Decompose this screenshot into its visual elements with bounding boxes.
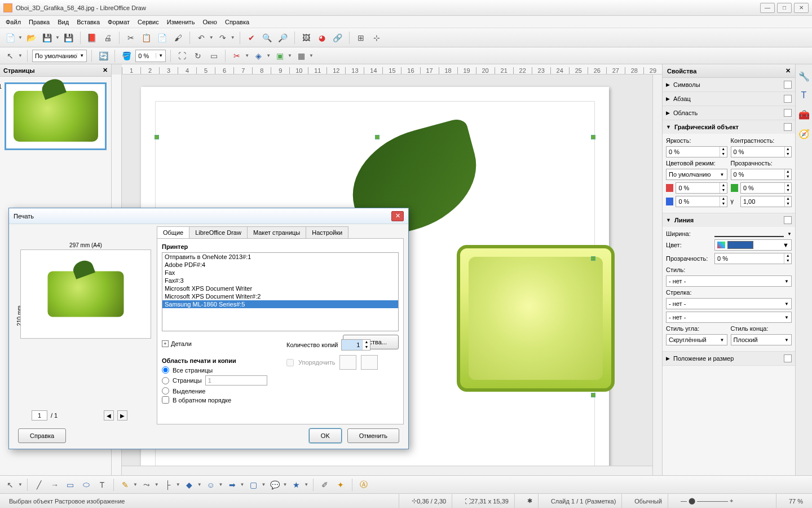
pages-input[interactable] — [205, 375, 267, 386]
section-possize[interactable]: ▶Положение и размер — [663, 352, 795, 365]
printer-option[interactable]: Adobe PDF#:4 — [162, 261, 398, 269]
scrollbar-vertical[interactable] — [652, 75, 662, 475]
scrollbar-horizontal[interactable] — [122, 466, 652, 475]
copy-icon[interactable]: 📋 — [140, 31, 153, 45]
section-graphic[interactable]: ▼Графический объект — [663, 120, 795, 134]
corner-style-select[interactable]: Скруглённый▼ — [666, 334, 727, 345]
end-style-select[interactable]: Плоский▼ — [731, 334, 792, 345]
flip-icon[interactable]: ▭ — [207, 49, 220, 63]
hyperlink-icon[interactable]: 🔗 — [331, 31, 345, 45]
colormode-select[interactable]: По умолчанию▼ — [666, 169, 727, 180]
styles-tab-icon[interactable]: T — [798, 89, 810, 102]
zoom-slider[interactable]: — ⬤ ————— + — [675, 494, 776, 508]
text-tool-icon[interactable]: T — [95, 478, 109, 492]
contrast-input[interactable]: ▲▼ — [731, 146, 792, 157]
undo-icon[interactable]: ↶ — [195, 31, 208, 45]
section-line[interactable]: ▼Линия — [663, 213, 795, 227]
flowchart-icon[interactable]: ▢ — [246, 478, 260, 492]
menu-view[interactable]: Вид — [54, 17, 72, 27]
printer-list[interactable]: Отправить в OneNote 2013#:1Adobe PDF#:4F… — [162, 252, 399, 331]
navigator-icon[interactable]: 🔎 — [276, 31, 290, 45]
filter-icon[interactable]: ✂ — [230, 49, 244, 63]
paste-icon[interactable]: 📄 — [156, 31, 169, 45]
preview-next-button[interactable]: ▶ — [117, 410, 127, 421]
tab-general[interactable]: Общие — [157, 226, 189, 238]
pointer-tool-icon[interactable]: ↖ — [3, 478, 17, 492]
close-button[interactable]: ✕ — [794, 3, 809, 13]
symbol-shapes-icon[interactable]: ☺ — [204, 478, 218, 492]
redo-icon[interactable]: ↷ — [216, 31, 230, 45]
blue-input[interactable]: ▲▼ — [676, 196, 727, 207]
zoom-icon[interactable]: 🔍 — [261, 31, 274, 45]
preview-page-input[interactable] — [32, 410, 47, 421]
printer-option[interactable]: Microsoft XPS Document Writer#:2 — [162, 292, 398, 300]
transparency-combo[interactable]: 0 %▼ — [135, 50, 166, 62]
menu-modify[interactable]: Изменить — [164, 17, 198, 27]
stars-icon[interactable]: ★ — [289, 478, 303, 492]
pages-close-icon[interactable]: ✕ — [103, 67, 108, 74]
chart-icon[interactable]: ◕ — [315, 31, 329, 45]
green-input[interactable]: ▲▼ — [740, 182, 792, 194]
menu-format[interactable]: Формат — [104, 17, 133, 27]
copies-input[interactable]: ▲▼ — [341, 339, 370, 351]
minimize-button[interactable]: — — [760, 3, 775, 13]
callouts-icon[interactable]: 💬 — [268, 478, 281, 492]
gallery-tab-icon[interactable]: 🧰 — [798, 108, 810, 121]
save-as-icon[interactable]: 💾 — [62, 31, 76, 45]
menu-help[interactable]: Справка — [222, 17, 253, 27]
line-style-select[interactable]: - нет -▼ — [666, 275, 792, 287]
navigator-tab-icon[interactable]: 🧭 — [798, 128, 810, 140]
align-icon[interactable]: ▦ — [294, 49, 308, 63]
printer-option[interactable]: Samsung ML-1860 Series#:5 — [162, 300, 398, 308]
crop-icon[interactable]: ⛶ — [175, 49, 189, 63]
printer-option[interactable]: Отправить в OneNote 2013#:1 — [162, 253, 398, 261]
block-arrows-icon[interactable]: ➡ — [226, 478, 239, 492]
red-input[interactable]: ▲▼ — [676, 182, 727, 194]
printer-option[interactable]: Fax#:3 — [162, 277, 398, 284]
curve-tool-icon[interactable]: ✎ — [118, 478, 132, 492]
dialog-close-button[interactable]: ✕ — [391, 211, 404, 221]
guides-icon[interactable]: ⊹ — [370, 31, 383, 45]
status-pagestyle[interactable]: Обычный — [629, 494, 668, 508]
lines-tool-icon[interactable]: ├ — [161, 478, 175, 492]
basic-shapes-icon[interactable]: ◆ — [183, 478, 196, 492]
cancel-button[interactable]: Отменить — [347, 428, 399, 443]
properties-tab-icon[interactable]: 🔧 — [798, 70, 810, 82]
menu-window[interactable]: Окно — [199, 17, 220, 27]
section-paragraph[interactable]: ▶Абзац — [663, 92, 795, 106]
fontwork-icon[interactable]: Ⓐ — [357, 478, 370, 492]
pdf-icon[interactable]: 📕 — [85, 31, 99, 45]
arrange-icon[interactable]: ▣ — [273, 49, 286, 63]
properties-close-icon[interactable]: ✕ — [785, 67, 791, 75]
image-icon[interactable]: 🖼 — [299, 31, 313, 45]
maximize-button[interactable]: □ — [777, 3, 792, 13]
print-icon[interactable]: 🖨 — [101, 31, 114, 45]
color-replace-icon[interactable]: 🔄 — [96, 49, 110, 63]
tab-draw[interactable]: LibreOffice Draw — [189, 226, 248, 238]
bucket-icon[interactable]: 🪣 — [120, 49, 133, 63]
menu-file[interactable]: Файл — [2, 17, 24, 27]
glue-points-icon[interactable]: ✦ — [334, 478, 347, 492]
menu-edit[interactable]: Правка — [25, 17, 53, 27]
radio-selection[interactable] — [162, 387, 169, 395]
line-tool-icon[interactable]: ╱ — [32, 478, 46, 492]
edit-points-icon[interactable]: ✐ — [318, 478, 332, 492]
open-icon[interactable]: 📂 — [25, 31, 38, 45]
effects-icon[interactable]: ◈ — [251, 49, 265, 63]
line-color-select[interactable]: ▼ — [714, 239, 792, 251]
ok-button[interactable]: OK — [309, 428, 342, 443]
menu-tools[interactable]: Сервис — [134, 17, 162, 27]
brightness-input[interactable]: ▲▼ — [666, 146, 727, 157]
tab-layout[interactable]: Макет страницы — [247, 226, 306, 238]
style-combo[interactable]: По умолчанию▼ — [32, 50, 87, 62]
ellipse-tool-icon[interactable]: ⬭ — [80, 478, 93, 492]
section-symbols[interactable]: ▶Символы — [663, 78, 795, 91]
cut-icon[interactable]: ✂ — [124, 31, 138, 45]
rectangle-tool-icon[interactable]: ▭ — [64, 478, 77, 492]
arrow-tool-icon[interactable]: → — [48, 478, 61, 492]
arrow-start-select[interactable]: - нет -▼ — [666, 298, 792, 309]
page-thumbnail[interactable]: 1 — [5, 82, 107, 150]
connector-tool-icon[interactable]: ⤳ — [140, 478, 153, 492]
grid-icon[interactable]: ⊞ — [354, 31, 368, 45]
preview-prev-button[interactable]: ◀ — [104, 410, 114, 421]
